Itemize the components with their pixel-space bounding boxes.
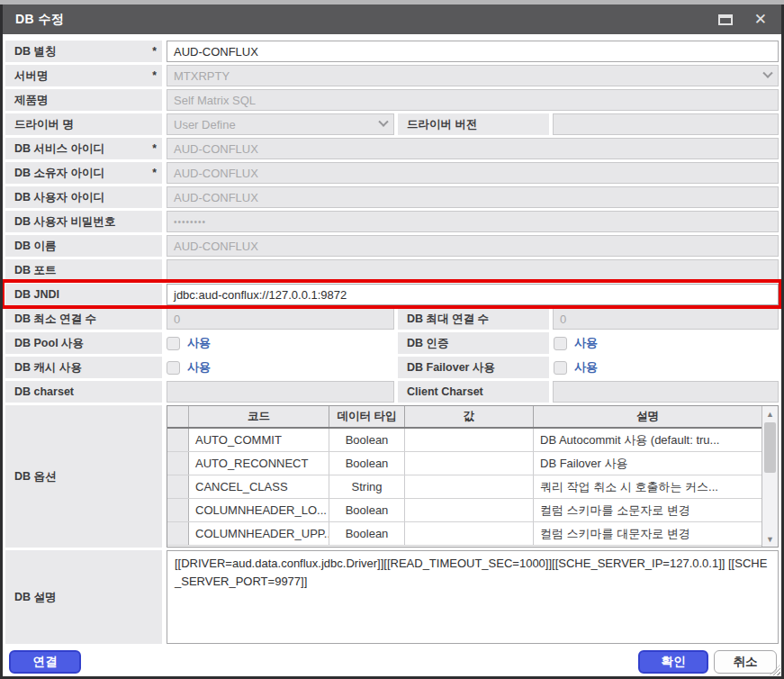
scrollbar-thumb[interactable] bbox=[764, 422, 776, 473]
db-cache-checkbox[interactable] bbox=[167, 361, 180, 375]
required-marker: * bbox=[152, 142, 157, 155]
row-driver: 드라이버 명 User Define 드라이버 버전 bbox=[5, 113, 779, 135]
user-id-input: AUD-CONFLUX bbox=[167, 186, 779, 208]
db-port-label: DB 포트 bbox=[5, 259, 162, 281]
screen: DB 수정 ✕ DB 별칭* AUD-CONFLUX 서버명* MTXRPTY … bbox=[0, 0, 784, 679]
options-table-header: 코드 데이터 타입 값 설명 bbox=[167, 406, 761, 429]
cell-code: COLUMNHEADER_LO... bbox=[189, 499, 329, 521]
min-conn-input: 0 bbox=[167, 308, 394, 330]
driver-version-label: 드라이버 버전 bbox=[398, 113, 549, 135]
cell-value bbox=[405, 452, 534, 475]
header-code[interactable]: 코드 bbox=[189, 406, 329, 427]
table-row[interactable]: AUTO_COMMIT Boolean DB Autocommit 사용 (de… bbox=[167, 429, 761, 452]
row-user-password: DB 사용자 비밀번호 •••••••• bbox=[5, 211, 779, 232]
cell-type: Boolean bbox=[329, 452, 405, 475]
header-type[interactable]: 데이터 타입 bbox=[329, 406, 405, 427]
cell-code: CANCEL_CLASS bbox=[189, 475, 329, 498]
row-db-jndi: DB JNDI jdbc:aud-conflux://127.0.0.1:987… bbox=[5, 284, 779, 305]
db-cache-use-label: 사용 bbox=[187, 359, 211, 376]
table-row[interactable]: COLUMNHEADER_LO... Boolean 컬럼 스키마를 소문자로 … bbox=[167, 499, 761, 522]
row-charsets: DB charset Client Charset bbox=[5, 381, 779, 403]
scroll-up-icon[interactable]: ▲ bbox=[762, 406, 778, 421]
db-jndi-label: DB JNDI bbox=[5, 284, 162, 305]
ok-button[interactable]: 확인 bbox=[638, 650, 708, 674]
cell-value bbox=[405, 429, 534, 451]
service-id-input: AUD-CONFLUX bbox=[167, 138, 779, 159]
row-conn-counts: DB 최소 연결 수 0 DB 최대 연결 수 0 bbox=[5, 308, 779, 330]
driver-name-label: 드라이버 명 bbox=[5, 113, 162, 135]
cell-type: String bbox=[329, 475, 405, 498]
db-port-input bbox=[167, 259, 779, 281]
title-bar[interactable]: DB 수정 ✕ bbox=[3, 5, 781, 34]
db-cache-use: 사용 bbox=[167, 357, 394, 378]
required-marker: * bbox=[152, 45, 157, 58]
cell-desc: 쿼리 작업 취소 시 호출하는 커스... bbox=[534, 475, 761, 498]
dialog-body: DB 별칭* AUD-CONFLUX 서버명* MTXRPTY 제품명 Self… bbox=[3, 34, 781, 649]
user-password-label: DB 사용자 비밀번호 bbox=[5, 211, 162, 232]
db-description-textarea[interactable]: [[DRIVER=aud.data.conflux.jdbc.Driver]][… bbox=[167, 550, 779, 644]
row-db-options: DB 옵션 코드 데이터 타입 값 설명 bbox=[5, 405, 779, 548]
header-select bbox=[167, 406, 189, 427]
client-charset-input bbox=[553, 381, 779, 403]
cell-desc: 컬럼 스키마를 대문자로 변경 bbox=[534, 522, 761, 545]
db-auth-use: 사용 bbox=[554, 332, 779, 354]
row-pool-auth: DB Pool 사용 사용 DB 인증 사용 bbox=[5, 332, 779, 354]
server-name-label: 서버명* bbox=[5, 65, 162, 86]
db-pool-checkbox[interactable] bbox=[167, 337, 180, 350]
cell-code: COLUMNHEADER_UPP... bbox=[189, 522, 329, 545]
service-id-label: DB 서비스 아이디* bbox=[5, 138, 162, 159]
driver-name-select: User Define bbox=[167, 113, 394, 135]
cancel-button[interactable]: 취소 bbox=[714, 650, 777, 674]
owner-id-label: DB 소유자 아이디* bbox=[5, 162, 162, 184]
db-auth-use-label: 사용 bbox=[574, 335, 598, 351]
table-row[interactable]: COLUMNHEADER_UPP... Boolean 컬럼 스키마를 대문자로… bbox=[167, 522, 761, 546]
required-marker: * bbox=[152, 69, 157, 82]
cell-value bbox=[405, 475, 534, 498]
row-db-description: DB 설명 [[DRIVER=aud.data.conflux.jdbc.Dri… bbox=[5, 550, 779, 644]
table-row[interactable]: AUTO_RECONNECT Boolean DB Failover 사용 bbox=[167, 452, 761, 475]
dialog-title: DB 수정 bbox=[15, 12, 65, 28]
db-alias-label: DB 별칭* bbox=[5, 41, 162, 62]
scroll-down-icon[interactable]: ▼ bbox=[762, 531, 778, 547]
close-icon[interactable]: ✕ bbox=[754, 12, 767, 27]
db-failover-use: 사용 bbox=[554, 357, 779, 378]
header-value[interactable]: 값 bbox=[405, 406, 534, 427]
cell-desc: DB Failover 사용 bbox=[534, 452, 761, 475]
cell-type: Boolean bbox=[329, 522, 405, 545]
db-alias-input[interactable]: AUD-CONFLUX bbox=[167, 41, 779, 62]
db-auth-label: DB 인증 bbox=[398, 332, 549, 354]
row-service-id: DB 서비스 아이디* AUD-CONFLUX bbox=[5, 138, 779, 159]
header-desc[interactable]: 설명 bbox=[534, 406, 761, 427]
db-pool-use-label: 사용 bbox=[187, 335, 211, 351]
maximize-icon[interactable] bbox=[718, 14, 733, 25]
row-user-id: DB 사용자 아이디 AUD-CONFLUX bbox=[5, 186, 779, 208]
cell-code: AUTO_RECONNECT bbox=[189, 452, 329, 475]
db-failover-label: DB Failover 사용 bbox=[398, 357, 549, 378]
row-cache-failover: DB 캐시 사용 사용 DB Failover 사용 사용 bbox=[5, 357, 779, 378]
chevron-down-icon bbox=[378, 117, 388, 127]
db-failover-checkbox[interactable] bbox=[554, 361, 567, 375]
row-db-port: DB 포트 bbox=[5, 259, 779, 281]
row-product-name: 제품명 Self Matrix SQL bbox=[5, 89, 779, 111]
row-server-name: 서버명* MTXRPTY bbox=[5, 65, 779, 86]
db-options-table: 코드 데이터 타입 값 설명 AUTO_COMMIT Boolean DB Au bbox=[167, 405, 779, 548]
db-name-input: AUD-CONFLUX bbox=[167, 235, 779, 257]
driver-version-input bbox=[553, 113, 779, 135]
connect-button[interactable]: 연결 bbox=[9, 650, 81, 674]
client-charset-label: Client Charset bbox=[398, 381, 549, 403]
cell-value bbox=[405, 522, 534, 545]
max-conn-label: DB 최대 연결 수 bbox=[398, 308, 549, 330]
required-marker: * bbox=[152, 167, 157, 179]
user-id-label: DB 사용자 아이디 bbox=[5, 186, 162, 208]
db-jndi-input[interactable]: jdbc:aud-conflux://127.0.0.1:9872 bbox=[167, 284, 779, 305]
db-description-label: DB 설명 bbox=[5, 550, 162, 644]
table-scrollbar[interactable]: ▲ ▼ bbox=[761, 406, 778, 547]
table-row[interactable]: CANCEL_CLASS String 쿼리 작업 취소 시 호출하는 커스..… bbox=[167, 475, 761, 499]
min-conn-label: DB 최소 연결 수 bbox=[5, 308, 162, 330]
db-failover-use-label: 사용 bbox=[574, 359, 598, 376]
server-name-select: MTXRPTY bbox=[167, 65, 779, 86]
cell-desc: DB Autocommit 사용 (default: tru... bbox=[534, 429, 761, 451]
db-auth-checkbox[interactable] bbox=[554, 337, 567, 350]
product-name-label: 제품명 bbox=[5, 89, 162, 111]
db-pool-use: 사용 bbox=[167, 332, 394, 354]
